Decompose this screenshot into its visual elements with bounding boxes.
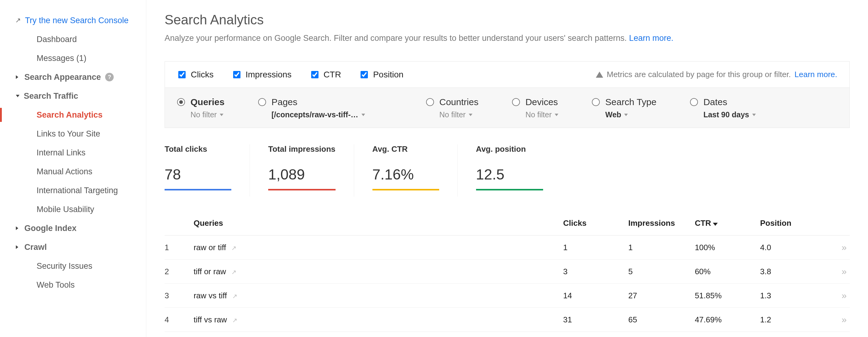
metric-underline-orange — [372, 189, 439, 190]
cell-query[interactable]: tiff or raw ↗ — [188, 259, 558, 284]
caret-right-icon — [16, 245, 20, 249]
table-row[interactable]: 5tiff camera ↗1333.33%6.7» — [164, 332, 850, 337]
sidebar-item-intl-targeting[interactable]: International Targeting — [0, 181, 146, 200]
sidebar-item-search-analytics[interactable]: Search Analytics — [0, 105, 146, 124]
sidebar-section-crawl[interactable]: Crawl — [0, 238, 146, 256]
cell-position: 3.8 — [755, 259, 814, 284]
sidebar-section-label: Crawl — [24, 243, 47, 252]
filter-devices[interactable]: Devices No filter — [512, 97, 558, 119]
filter-countries[interactable]: Countries No filter — [426, 97, 478, 119]
radio-devices[interactable] — [512, 98, 520, 106]
cell-query[interactable]: raw vs tiff ↗ — [188, 284, 558, 308]
caret-right-icon — [16, 75, 20, 79]
col-index — [164, 211, 188, 236]
sidebar-item-mobile-usability[interactable]: Mobile Usability — [0, 200, 146, 219]
sidebar-section-label: Search Traffic — [24, 91, 78, 101]
filter-countries-sub[interactable]: No filter — [426, 110, 478, 119]
filter-dates[interactable]: Dates Last 90 days — [690, 97, 756, 119]
sidebar-section-search-appearance[interactable]: Search Appearance ? — [0, 68, 146, 87]
sidebar-item-links-to-site[interactable]: Links to Your Site — [0, 124, 146, 143]
metric-check-position[interactable]: Position — [359, 70, 404, 80]
dimension-filter-bar: Queries No filter Pages [/concepts/raw-v… — [165, 88, 849, 128]
filter-pages-sub[interactable]: [/concepts/raw-vs-tiff-… — [258, 110, 365, 119]
checkbox-ctr[interactable] — [311, 71, 318, 78]
sidebar-section-label: Search Appearance — [24, 72, 101, 82]
cell-query[interactable]: tiff vs raw ↗ — [188, 308, 558, 332]
filter-search-type[interactable]: Search Type Web — [592, 97, 656, 119]
cell-impressions: 1 — [623, 236, 689, 259]
col-clicks[interactable]: Clicks — [558, 211, 623, 236]
filter-label: Dates — [704, 97, 727, 107]
external-link-icon[interactable]: ↗ — [232, 317, 238, 324]
sidebar-section-search-traffic[interactable]: Search Traffic — [0, 87, 146, 105]
filter-queries-sub[interactable]: No filter — [177, 110, 225, 119]
sidebar-item-dashboard[interactable]: Dashboard — [0, 30, 146, 49]
cell-index: 3 — [164, 284, 188, 308]
cell-clicks: 3 — [558, 259, 623, 284]
cell-position: 6.7 — [755, 332, 814, 337]
metric-underline-red — [268, 189, 336, 190]
sidebar-item-web-tools[interactable]: Web Tools — [0, 275, 146, 294]
expand-row-icon[interactable]: » — [841, 242, 844, 252]
learn-more-link[interactable]: Learn more. — [629, 33, 674, 43]
filter-dates-sub[interactable]: Last 90 days — [690, 110, 756, 119]
sidebar-section-google-index[interactable]: Google Index — [0, 219, 146, 238]
external-link-icon[interactable]: ↗ — [231, 245, 237, 251]
expand-row-icon[interactable]: » — [841, 266, 844, 276]
metric-notice-link[interactable]: Learn more. — [795, 70, 837, 79]
checkbox-clicks[interactable] — [178, 71, 186, 78]
cell-query[interactable]: tiff camera ↗ — [188, 332, 558, 337]
metric-underline-blue — [164, 189, 231, 190]
filter-pages[interactable]: Pages [/concepts/raw-vs-tiff-… — [258, 97, 365, 119]
metric-label: Impressions — [246, 70, 292, 80]
caret-down-icon — [752, 114, 756, 116]
table-row[interactable]: 1raw or tiff ↗11100%4.0» — [164, 236, 850, 259]
metric-label: CTR — [324, 70, 341, 80]
radio-countries[interactable] — [426, 98, 434, 106]
expand-row-icon[interactable]: » — [841, 314, 844, 325]
sidebar-try-label: Try the new Search Console — [25, 16, 129, 25]
summary-label: Total clicks — [164, 145, 231, 154]
col-position[interactable]: Position — [755, 211, 814, 236]
cell-clicks: 1 — [558, 236, 623, 259]
expand-row-icon[interactable]: » — [841, 290, 844, 301]
external-link-icon[interactable]: ↗ — [231, 269, 237, 275]
checkbox-position[interactable] — [361, 71, 368, 78]
filter-search-type-sub[interactable]: Web — [592, 110, 656, 119]
metric-check-ctr[interactable]: CTR — [310, 70, 341, 80]
cell-index: 1 — [164, 236, 188, 259]
radio-search-type[interactable] — [592, 98, 600, 106]
sidebar-item-internal-links[interactable]: Internal Links — [0, 143, 146, 162]
sidebar-item-security-issues[interactable]: Security Issues — [0, 256, 146, 275]
metric-label: Position — [373, 70, 404, 80]
col-queries[interactable]: Queries — [188, 211, 558, 236]
sidebar-try-new-console[interactable]: ↗ Try the new Search Console — [0, 11, 146, 30]
cell-ctr: 33.33% — [689, 332, 755, 337]
metric-check-impressions[interactable]: Impressions — [232, 70, 292, 80]
metric-check-clicks[interactable]: Clicks — [177, 70, 214, 80]
table-row[interactable]: 2tiff or raw ↗3560%3.8» — [164, 259, 850, 284]
table-header-row: Queries Clicks Impressions CTR Position — [164, 211, 850, 236]
cell-ctr: 51.85% — [689, 284, 755, 308]
external-link-icon[interactable]: ↗ — [232, 293, 238, 300]
radio-dates[interactable] — [690, 98, 698, 106]
cell-impressions: 65 — [623, 308, 689, 332]
filter-devices-sub[interactable]: No filter — [512, 110, 558, 119]
sidebar-item-messages[interactable]: Messages (1) — [0, 49, 146, 68]
filter-label: Pages — [272, 97, 298, 107]
cell-query[interactable]: raw or tiff ↗ — [188, 236, 558, 259]
page-description: Analyze your performance on Google Searc… — [164, 33, 850, 43]
help-icon[interactable]: ? — [105, 73, 114, 81]
radio-queries[interactable] — [177, 98, 185, 106]
col-impressions[interactable]: Impressions — [623, 211, 689, 236]
sidebar-item-manual-actions[interactable]: Manual Actions — [0, 162, 146, 181]
caret-down-icon — [362, 114, 365, 116]
filter-queries[interactable]: Queries No filter — [177, 97, 225, 119]
warning-icon — [596, 71, 603, 78]
col-ctr[interactable]: CTR — [689, 211, 755, 236]
table-row[interactable]: 3raw vs tiff ↗142751.85%1.3» — [164, 284, 850, 308]
cell-clicks: 31 — [558, 308, 623, 332]
radio-pages[interactable] — [258, 98, 266, 106]
checkbox-impressions[interactable] — [233, 71, 241, 78]
table-row[interactable]: 4tiff vs raw ↗316547.69%1.2» — [164, 308, 850, 332]
